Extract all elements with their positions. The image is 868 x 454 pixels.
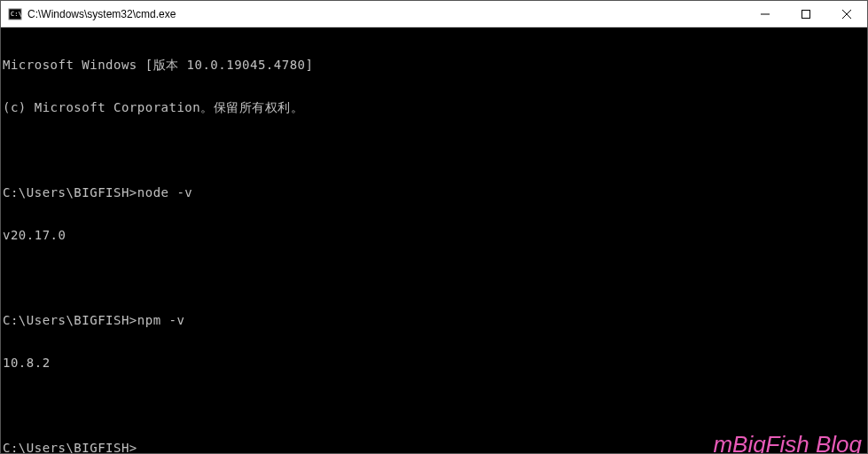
terminal-line [3,143,867,157]
terminal-line [3,398,867,412]
window-title: C:\Windows\system32\cmd.exe [27,8,745,20]
terminal-line: C:\Users\BIGFISH>node -v [3,185,867,200]
caption-buttons [745,1,867,27]
terminal-line: C:\Users\BIGFISH>npm -v [3,313,867,327]
terminal-line: v20.17.0 [3,228,867,242]
minimize-button[interactable] [745,1,786,27]
svg-rect-3 [802,10,810,18]
terminal-line [3,270,867,285]
svg-text:C:\: C:\ [11,11,22,18]
terminal-line: 10.8.2 [3,356,867,370]
terminal-line: (c) Microsoft Corporation。保留所有权利。 [3,100,867,114]
close-button[interactable] [826,1,867,27]
terminal-line: Microsoft Windows [版本 10.0.19045.4780] [3,58,867,72]
cmd-window: C:\ C:\Windows\system32\cmd.exe Microsof… [0,0,868,454]
terminal-area[interactable]: Microsoft Windows [版本 10.0.19045.4780] (… [1,27,867,453]
terminal-line: C:\Users\BIGFISH> [3,441,867,453]
maximize-button[interactable] [786,1,826,27]
titlebar[interactable]: C:\ C:\Windows\system32\cmd.exe [1,1,867,27]
cmd-icon: C:\ [8,7,22,21]
